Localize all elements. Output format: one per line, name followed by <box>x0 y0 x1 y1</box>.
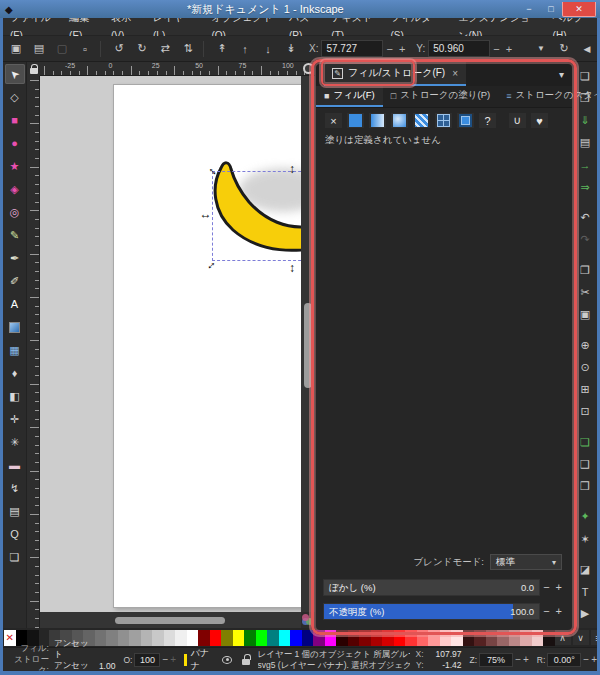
palette-swatch[interactable] <box>382 630 394 646</box>
radial-gradient-button[interactable] <box>390 112 409 129</box>
dropper-tool[interactable]: ♦ <box>5 363 25 383</box>
palette-swatch[interactable] <box>543 630 555 646</box>
tab-stroke-style[interactable]: ≡ストロークのスタイル(Y) <box>498 86 600 107</box>
toolbar-overflow-caret-icon[interactable]: ▼ <box>531 39 551 59</box>
print-button[interactable]: ▤ <box>576 135 594 151</box>
palette-swatch[interactable] <box>233 630 245 646</box>
page-tool[interactable]: ▤ <box>5 501 25 521</box>
palette-swatch[interactable] <box>95 630 107 646</box>
y-input[interactable]: 50.960 <box>428 40 490 57</box>
dialog-menu-caret-icon[interactable]: ▾ <box>559 69 564 80</box>
palette-swatch[interactable] <box>198 630 210 646</box>
duplicate-button[interactable]: ❏ <box>576 434 594 450</box>
unlink-clone-button[interactable]: ❒ <box>576 479 594 495</box>
redo-button[interactable]: ↷ <box>576 232 594 248</box>
collapse-toolbar-icon[interactable]: ◀ <box>577 39 597 59</box>
blur-decrement-button[interactable]: − <box>540 581 552 593</box>
create-clone-button[interactable]: ❑ <box>576 456 594 472</box>
palette-swatch[interactable] <box>417 630 429 646</box>
palette-swatch[interactable] <box>210 630 222 646</box>
tab-fill[interactable]: ■フィル(F) <box>316 86 383 107</box>
palette-swatch[interactable] <box>497 630 509 646</box>
no-paint-button[interactable]: × <box>324 112 343 129</box>
symbols-button[interactable]: ✶ <box>576 531 594 547</box>
flip-vertical-button[interactable]: ⇅ <box>178 39 198 59</box>
pen-tool[interactable]: ✒ <box>5 248 25 268</box>
palette-swatch[interactable] <box>405 630 417 646</box>
linear-gradient-button[interactable] <box>368 112 387 129</box>
opacity-status-input[interactable]: 100 <box>134 653 160 667</box>
palette-swatch[interactable] <box>325 630 337 646</box>
palette-swatch[interactable] <box>486 630 498 646</box>
x-increment-button[interactable]: + <box>396 43 408 55</box>
fill-stroke-tab[interactable]: ✎ フィル/ストローク(F) × <box>324 62 466 86</box>
palette-swatch[interactable] <box>302 630 314 646</box>
raise-to-top-button[interactable]: ↟ <box>212 39 232 59</box>
opacity-status-decrement[interactable]: − <box>162 654 168 665</box>
opacity-increment-button[interactable]: + <box>553 605 565 617</box>
node-tool[interactable]: ◇ <box>5 87 25 107</box>
fill-stroke-dialog-button[interactable]: ◪ <box>576 561 594 577</box>
tweak-tool[interactable]: ✛ <box>5 409 25 429</box>
opacity-status-increment[interactable]: + <box>170 654 176 665</box>
import-button[interactable]: → <box>576 157 594 173</box>
vertical-scrollbar[interactable] <box>301 76 315 612</box>
lower-to-bottom-button[interactable]: ↡ <box>281 39 301 59</box>
palette-scroll-up-icon[interactable]: ∧ <box>555 630 571 645</box>
rotate-cw-button[interactable]: ↻ <box>132 39 152 59</box>
selection-handle-left-mid[interactable]: ↕ <box>200 210 212 222</box>
ellipse-tool[interactable]: ● <box>5 133 25 153</box>
stroke-width-value[interactable]: 1.00 <box>99 661 116 671</box>
palette-swatch[interactable] <box>279 630 291 646</box>
undo-button[interactable]: ↶ <box>576 210 594 226</box>
opacity-decrement-button[interactable]: − <box>540 605 552 617</box>
vertical-scrollbar-thumb[interactable] <box>304 303 312 388</box>
pencil-tool[interactable]: ✎ <box>5 225 25 245</box>
zoom-input[interactable]: 75% <box>479 653 513 667</box>
x-input[interactable]: 57.727 <box>321 40 383 57</box>
rotate-ccw-button[interactable]: ↺ <box>109 39 129 59</box>
rotation-input[interactable]: 0.00° <box>547 653 581 667</box>
palette-swatch[interactable] <box>221 630 233 646</box>
palette-swatch[interactable] <box>474 630 486 646</box>
rotation-center-icon[interactable]: ↻ <box>554 39 574 59</box>
fill-value[interactable]: アンセット <box>54 638 94 660</box>
deselect-button[interactable]: ▢ <box>52 39 72 59</box>
vertical-ruler[interactable] <box>27 76 40 628</box>
blur-increment-button[interactable]: + <box>553 581 565 593</box>
horizontal-scrollbar[interactable] <box>40 612 301 628</box>
palette-swatch[interactable] <box>152 630 164 646</box>
palette-swatch[interactable] <box>290 630 302 646</box>
opacity-slider[interactable]: 不透明度 (%) 100.0 <box>323 603 540 620</box>
select-all-button[interactable]: ▣ <box>6 39 26 59</box>
selection-handle-bottom-mid[interactable]: ↕ <box>286 262 298 274</box>
text-dialog-button[interactable]: T <box>576 584 594 600</box>
zoom-page-button[interactable]: ⊞ <box>576 381 594 397</box>
color-management-icon[interactable] <box>301 613 315 627</box>
rectangle-tool[interactable]: ■ <box>5 110 25 130</box>
spray-tool[interactable]: ✳ <box>5 432 25 452</box>
paint-bucket-tool[interactable]: ◧ <box>5 386 25 406</box>
palette-swatch[interactable] <box>129 630 141 646</box>
paste-button[interactable]: ▣ <box>576 307 594 323</box>
palette-swatch[interactable] <box>520 630 532 646</box>
palette-swatch[interactable] <box>256 630 268 646</box>
zoom-increment[interactable]: + <box>523 654 529 665</box>
connector-tool[interactable]: ↯ <box>5 478 25 498</box>
pages-tool[interactable]: ❏ <box>5 547 25 567</box>
zoom-decrement[interactable]: − <box>515 654 521 665</box>
zoom-center-page-button[interactable]: ⊡ <box>576 404 594 420</box>
flat-color-button[interactable] <box>346 112 365 129</box>
palette-swatch[interactable] <box>336 630 348 646</box>
maximize-button[interactable]: □ <box>540 2 562 17</box>
palette-swatch[interactable] <box>359 630 371 646</box>
calligraphy-tool[interactable]: ✐ <box>5 271 25 291</box>
palette-swatch[interactable] <box>371 630 383 646</box>
canvas[interactable]: ↕ ↕ ↕ ↕ ↕ ↕ ↕ ↕ <box>40 76 301 612</box>
ruler-lock-corner[interactable] <box>27 62 40 76</box>
pattern-button[interactable] <box>412 112 431 129</box>
palette-swatch[interactable] <box>106 630 118 646</box>
eraser-tool[interactable]: ▬ <box>5 455 25 475</box>
group-button[interactable]: ✦ <box>576 509 594 525</box>
palette-swatch[interactable] <box>394 630 406 646</box>
